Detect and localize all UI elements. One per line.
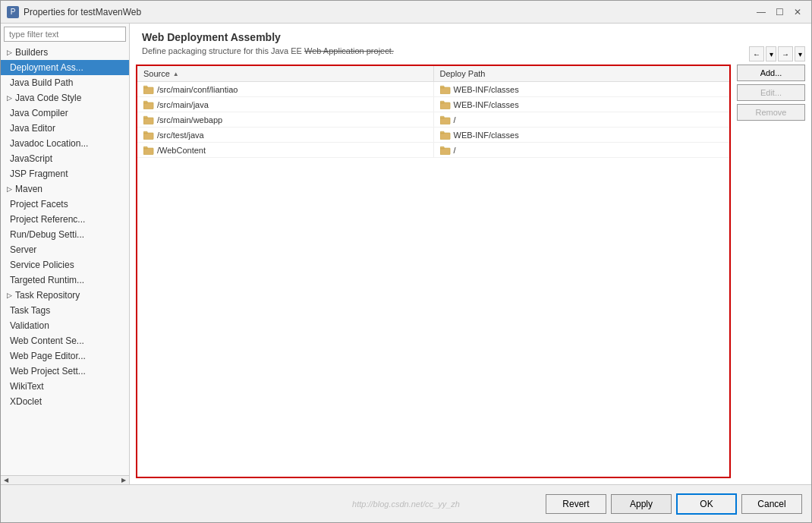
svg-rect-3	[440, 86, 444, 88]
table-row[interactable]: /src/test/java WEB-INF/classes	[137, 128, 729, 143]
svg-rect-12	[143, 132, 153, 139]
sidebar-label: Targeted Runtim...	[10, 275, 84, 285]
sidebar-label: Java Build Path	[10, 77, 73, 88]
back-dropdown-button[interactable]: ▾	[766, 46, 776, 61]
nav-arrows: ← ▾ → ▾	[749, 46, 805, 61]
main-panel: ← ▾ → ▾ Web Deployment Assembly Define p…	[130, 24, 811, 484]
sidebar-item-web-project-settings[interactable]: Web Project Sett...	[1, 364, 129, 379]
deploy-path-cell: WEB-INF/classes	[434, 128, 730, 142]
sidebar-item-java-build-path[interactable]: Java Build Path	[1, 75, 129, 90]
sidebar-item-task-tags[interactable]: Task Tags	[1, 303, 129, 318]
svg-rect-18	[440, 147, 450, 154]
svg-rect-8	[143, 117, 153, 124]
source-column-header[interactable]: Source ▲	[137, 66, 434, 81]
expand-arrow: ▷	[7, 291, 12, 299]
sidebar-item-task-repository[interactable]: ▷ Task Repository	[1, 288, 129, 303]
sidebar-item-java-compiler[interactable]: Java Compiler	[1, 106, 129, 121]
cancel-button[interactable]: Cancel	[741, 494, 802, 514]
table-body: /src/main/conf/liantiao WEB-INF/classes	[137, 82, 729, 477]
watermark: http://blog.csdn.net/cc_yy_zh	[352, 499, 460, 509]
sidebar-label: Task Tags	[10, 305, 50, 316]
svg-rect-7	[440, 101, 444, 103]
sidebar-item-jsp-fragment[interactable]: JSP Fragment	[1, 166, 129, 181]
sidebar-item-service-policies[interactable]: Service Policies	[1, 257, 129, 273]
sidebar-item-java-code-style[interactable]: ▷ Java Code Style	[1, 90, 129, 106]
ok-button[interactable]: OK	[676, 493, 737, 515]
source-value: /src/main/conf/liantiao	[157, 85, 238, 94]
sidebar-item-deployment-assembly[interactable]: Deployment Ass...	[1, 60, 129, 75]
sidebar-label: Web Page Editor...	[10, 351, 86, 361]
back-button[interactable]: ←	[749, 46, 764, 61]
sidebar-label: Server	[10, 244, 36, 255]
sidebar-item-wikitext[interactable]: WikiText	[1, 379, 129, 394]
svg-rect-16	[143, 147, 153, 154]
title-bar: P Properties for testMavenWeb — ☐ ✕	[1, 1, 811, 24]
scroll-left-arrow[interactable]: ◀	[2, 477, 10, 484]
source-cell: /src/main/conf/liantiao	[137, 82, 434, 96]
sidebar-item-web-page-editor[interactable]: Web Page Editor...	[1, 348, 129, 364]
sidebar-list: ▷ Builders Deployment Ass... Java Build …	[1, 45, 129, 475]
sidebar-item-run-debug[interactable]: Run/Debug Setti...	[1, 227, 129, 242]
table-row[interactable]: /src/main/webapp /	[137, 112, 729, 128]
close-button[interactable]: ✕	[790, 5, 805, 20]
deploy-path-label: Deploy Path	[440, 69, 486, 78]
sidebar-item-project-facets[interactable]: Project Facets	[1, 197, 129, 212]
sidebar-item-project-references[interactable]: Project Referenc...	[1, 212, 129, 227]
apply-button[interactable]: Apply	[611, 494, 672, 514]
revert-button[interactable]: Revert	[546, 494, 606, 514]
sidebar-item-web-content-settings[interactable]: Web Content Se...	[1, 333, 129, 348]
sidebar-item-maven[interactable]: ▷ Maven	[1, 181, 129, 197]
sidebar-label: Web Project Sett...	[10, 366, 86, 376]
sidebar-item-builders[interactable]: ▷ Builders	[1, 45, 129, 60]
table-row[interactable]: /src/main/conf/liantiao WEB-INF/classes	[137, 82, 729, 97]
deploy-path-cell: WEB-INF/classes	[434, 97, 730, 112]
horizontal-scrollbar[interactable]: ◀ ▶	[1, 477, 129, 484]
table-area: Source ▲ Deploy Path	[136, 65, 731, 478]
window-title: Properties for testMavenWeb	[24, 7, 141, 17]
deploy-path-value: /	[454, 146, 456, 155]
sidebar-label: Project Referenc...	[10, 214, 85, 225]
deploy-path-value: WEB-INF/classes	[454, 131, 519, 140]
sidebar-item-xdoclet[interactable]: XDoclet	[1, 394, 129, 409]
add-button[interactable]: Add...	[737, 65, 805, 81]
table-header: Source ▲ Deploy Path	[137, 66, 729, 82]
sidebar-item-java-editor[interactable]: Java Editor	[1, 121, 129, 136]
remove-button[interactable]: Remove	[737, 104, 805, 121]
right-buttons-panel: Add... Edit... Remove	[737, 65, 805, 478]
sidebar-item-javascript[interactable]: JavaScript	[1, 151, 129, 166]
deploy-path-column-header[interactable]: Deploy Path	[434, 66, 730, 81]
deploy-path-cell: /	[434, 143, 730, 157]
sidebar-item-javadoc-location[interactable]: Javadoc Location...	[1, 136, 129, 151]
source-cell: /src/main/java	[137, 97, 434, 112]
deployment-table: Source ▲ Deploy Path	[136, 65, 731, 478]
main-header: Web Deployment Assembly Define packaging…	[130, 24, 811, 58]
expand-arrow: ▷	[7, 49, 12, 56]
table-row[interactable]: /src/main/java WEB-INF/classes	[137, 97, 729, 112]
source-value: /src/main/webapp	[157, 115, 222, 124]
maximize-button[interactable]: ☐	[772, 5, 787, 20]
table-row[interactable]: /WebContent /	[137, 143, 729, 158]
svg-rect-13	[143, 131, 147, 134]
sidebar-scrollbar: ◀ ▶	[1, 475, 129, 484]
svg-rect-2	[440, 87, 450, 93]
svg-rect-15	[440, 131, 444, 134]
svg-rect-5	[143, 101, 147, 103]
folder-icon	[143, 115, 154, 124]
forward-button[interactable]: →	[778, 46, 793, 61]
minimize-button[interactable]: —	[754, 5, 769, 20]
filter-input[interactable]	[4, 27, 126, 42]
edit-button[interactable]: Edit...	[737, 84, 805, 101]
sidebar-item-targeted-runtime[interactable]: Targeted Runtim...	[1, 273, 129, 288]
svg-rect-17	[143, 147, 147, 149]
source-label: Source	[143, 69, 170, 78]
sidebar-label: Service Policies	[10, 260, 74, 270]
sidebar-label: Javadoc Location...	[10, 138, 88, 149]
main-description: Define packaging structure for this Java…	[142, 46, 799, 55]
sidebar-label: Run/Debug Setti...	[10, 229, 84, 240]
scroll-right-arrow[interactable]: ▶	[120, 477, 127, 484]
sidebar-label: JSP Fragment	[10, 169, 68, 179]
forward-dropdown-button[interactable]: ▾	[795, 46, 805, 61]
sidebar: ▷ Builders Deployment Ass... Java Build …	[1, 24, 130, 484]
sidebar-item-validation[interactable]: Validation	[1, 318, 129, 333]
sidebar-item-server[interactable]: Server	[1, 242, 129, 257]
